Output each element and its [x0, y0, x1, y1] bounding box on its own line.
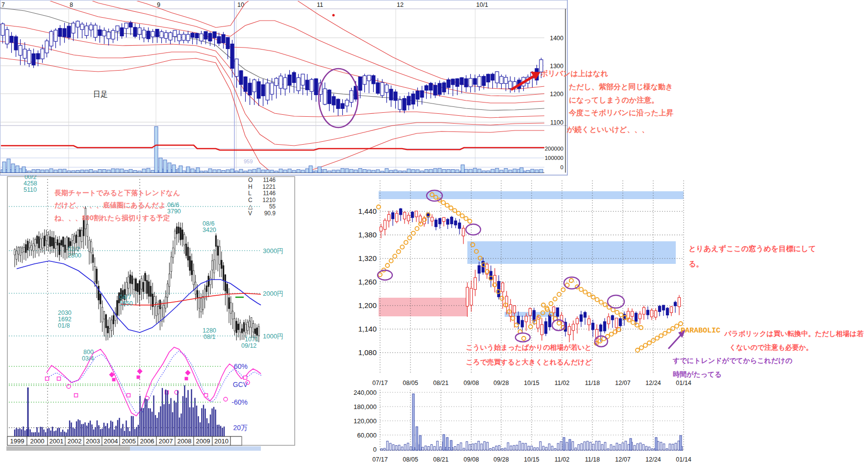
date-axis-label: 08/21 — [433, 456, 448, 462]
point-annotation: 02/2 — [68, 246, 79, 253]
oscillator-axis-label: -60% — [231, 398, 248, 406]
scrollbar-thumb[interactable] — [130, 446, 261, 451]
sar-dot — [659, 334, 663, 338]
year-label: 2008 — [178, 437, 192, 445]
year-label: 2001 — [50, 437, 64, 445]
volume-axis-label: 240,000 — [354, 389, 377, 396]
sar-dot — [675, 324, 679, 328]
point-annotation: 2800 — [68, 252, 81, 259]
date-axis-label: 01/14 — [676, 380, 691, 386]
sar-dot — [579, 287, 583, 291]
month-axis-label: 10 — [237, 1, 244, 8]
date-axis-label: 09/08 — [463, 380, 479, 386]
month-axis-label: 10/1 — [476, 1, 488, 8]
sar-dot — [411, 231, 415, 235]
sar-dot — [449, 206, 453, 210]
price-axis-label: 1000円 — [263, 333, 283, 340]
sar-dot — [441, 201, 445, 205]
point-annotation: 08/6 — [203, 220, 214, 227]
sar-dot — [500, 296, 504, 300]
sar-dot — [639, 346, 643, 350]
parabolic-trend-note: すでにトレンドがでてからこれだけの — [673, 357, 792, 365]
year-label: 2002 — [68, 437, 82, 445]
sar-dot — [389, 259, 393, 263]
sar-dot — [468, 219, 472, 223]
highlight-ellipse — [466, 224, 481, 235]
legend-row: H1221 — [248, 184, 276, 191]
volume-axis-label: 0 — [561, 164, 563, 170]
oscillator-axis-label: 20万 — [233, 424, 248, 432]
legend-row: C1210 — [248, 197, 276, 204]
date-axis-label: 08/21 — [433, 380, 448, 386]
year-label: 2007 — [159, 437, 173, 445]
highlight-band — [379, 298, 467, 316]
red-dot-marker — [332, 14, 335, 17]
sar-dot — [522, 336, 526, 340]
parabolic-para-note: パラボリックは買い転換中。ただし相場は若 — [724, 330, 864, 338]
legend-row: O1146 — [248, 177, 276, 184]
year-label: 2000 — [30, 437, 45, 445]
date-axis-label: 12/24 — [645, 456, 661, 462]
sar-dot — [615, 310, 619, 314]
sar-dot — [603, 303, 607, 307]
sar-dot — [619, 313, 623, 317]
price-axis-label: 1100 — [550, 119, 563, 126]
price-axis-label: 1,380 — [358, 231, 377, 239]
year-label: 2010 — [214, 437, 229, 445]
charts-canvas: 3000円2000円1000円60%GCV-60%20万199920002001… — [0, 0, 868, 462]
year-label: 2009 — [196, 437, 210, 445]
year-label: 1999 — [10, 437, 25, 445]
price-axis-label: 1,140 — [358, 325, 377, 333]
sar-dot — [647, 341, 651, 345]
legend-row: L1146 — [248, 190, 276, 197]
sar-dot — [464, 217, 468, 221]
volume-axis-label: 200000 — [545, 146, 563, 152]
point-annotation: 2030 — [58, 309, 72, 316]
longterm-note-line: 長期チャートでみると下落トレンドなん — [54, 189, 180, 198]
point-annotation: 5110 — [24, 186, 37, 193]
sar-dot — [457, 211, 460, 215]
date-axis-label: 08/05 — [403, 456, 418, 462]
sar-dot — [583, 290, 587, 294]
date-axis-label: 12/07 — [615, 456, 630, 462]
sar-dot — [557, 321, 561, 325]
sar-dot — [400, 245, 404, 249]
date-axis-label: 09/28 — [493, 456, 509, 462]
sar-dot — [598, 339, 602, 343]
ohlc-legend: O1146 H1221 L1146 C1210 △55 V90.9 — [248, 177, 276, 217]
sar-dot — [610, 332, 613, 336]
parabolic-para-note: くないので注意も必要か。 — [729, 343, 813, 352]
highlight-band — [467, 241, 676, 264]
sar-dot — [679, 322, 683, 326]
sar-dot — [385, 263, 389, 267]
price-axis-label: 1,260 — [358, 278, 377, 286]
volume-axis-label: 120,000 — [354, 417, 377, 425]
daily-chart-panel: 1400130012001100200000100000078910111210… — [0, 0, 567, 175]
sar-dot — [415, 227, 419, 231]
volume-axis-label: 0 — [373, 446, 377, 453]
sar-dot — [643, 343, 647, 347]
date-axis-label: 01/14 — [676, 456, 691, 462]
scrollbar-track[interactable] — [6, 446, 130, 451]
point-annotation: 1650 — [119, 300, 133, 307]
daily-note-line: ただし、紫部分と同じ様な動き — [569, 82, 673, 92]
legend-row: V90.9 — [248, 210, 276, 217]
point-annotation: 800 — [83, 349, 94, 356]
price-axis-label: 3000円 — [263, 247, 283, 255]
date-axis-label: 11/18 — [585, 456, 600, 462]
sar-dot — [397, 250, 401, 254]
month-axis-label: 11 — [317, 1, 323, 8]
year-label: 2006 — [140, 437, 154, 445]
longterm-note-line: だけど、、、、底値圏にあるんだよ — [54, 201, 166, 210]
price-axis-label: 1300 — [550, 63, 563, 70]
price-axis-label: 1400 — [550, 35, 563, 42]
year-cell — [230, 436, 242, 445]
legend-row: △55 — [248, 204, 276, 210]
price-axis-label: 1,200 — [358, 301, 377, 309]
date-axis-label: 07/17 — [372, 380, 387, 386]
point-annotation: 1071 — [245, 336, 258, 343]
sar-dot — [419, 222, 423, 226]
date-axis-label: 09/08 — [463, 456, 479, 462]
sar-dot — [557, 292, 561, 296]
sar-dot — [561, 288, 565, 292]
